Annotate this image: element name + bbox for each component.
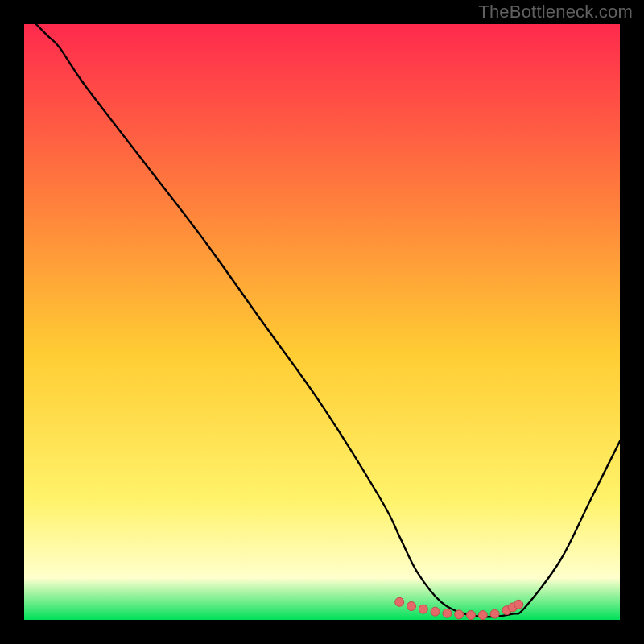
valley-marker [455,610,464,619]
valley-marker [407,601,416,610]
valley-marker [419,605,427,613]
valley-marker [478,611,487,620]
gradient-background [24,24,620,620]
outer-frame: TheBottleneck.com [0,0,644,644]
watermark-text: TheBottleneck.com [478,2,633,23]
valley-marker [431,607,440,616]
valley-marker [514,600,523,609]
bottleneck-chart [24,24,620,620]
valley-marker [395,597,404,606]
valley-marker [467,611,476,620]
valley-marker [490,609,499,618]
valley-marker [443,609,452,617]
